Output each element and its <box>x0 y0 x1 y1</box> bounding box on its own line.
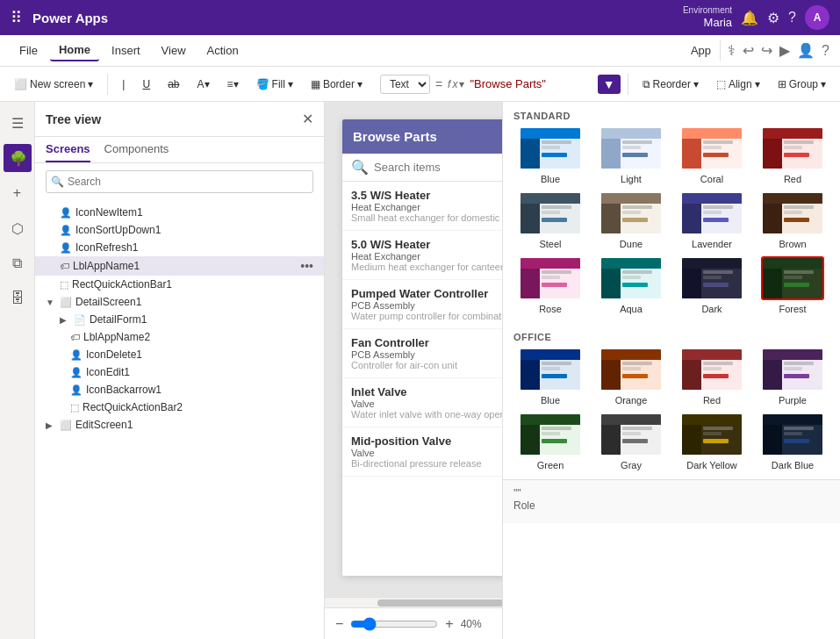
expand-icon[interactable]: ▶ <box>46 420 56 430</box>
theme-item[interactable]: Dark Blue <box>756 413 829 470</box>
list-item[interactable]: 👤 IconRefresh1 <box>35 239 324 256</box>
list-item[interactable]: 👤 IconDelete1 <box>35 346 324 363</box>
theme-item[interactable]: Dark Yellow <box>675 413 749 470</box>
fill-label: Fill <box>272 78 285 90</box>
format-button[interactable]: | <box>115 75 132 94</box>
settings-icon[interactable]: ⚙ <box>767 10 779 26</box>
menu-insert[interactable]: Insert <box>103 40 149 61</box>
theme-item[interactable]: Light <box>594 126 668 184</box>
list-item[interactable]: ▶ ⬜ EditScreen1 <box>35 416 324 434</box>
list-item[interactable]: Fan Controller PCB Assembly Controller f… <box>342 329 502 378</box>
strikethrough-button[interactable]: ab <box>161 75 186 94</box>
tree-view-icon[interactable]: 🌳 <box>4 144 32 172</box>
theme-preview <box>599 413 663 456</box>
list-item[interactable]: 3.5 W/S Heater Heat Exchanger Small heat… <box>342 182 502 231</box>
theme-item[interactable]: Green <box>513 413 587 470</box>
theme-item[interactable]: Dark <box>675 256 749 314</box>
hamburger-icon[interactable]: ☰ <box>4 109 32 137</box>
border-button[interactable]: ▦ Border ▾ <box>304 75 370 94</box>
list-item[interactable]: Pumped Water Controller PCB Assembly Wat… <box>342 280 502 329</box>
data-icon[interactable]: 🗄 <box>4 284 32 312</box>
scroll-thumb[interactable] <box>377 600 502 607</box>
theme-name: Blue <box>541 395 560 406</box>
theme-item[interactable]: Dune <box>594 191 668 249</box>
zoom-slider[interactable] <box>350 617 438 631</box>
help-menu-icon[interactable]: ? <box>822 43 829 59</box>
theme-item[interactable]: Blue <box>513 348 587 406</box>
theme-item[interactable]: Gray <box>594 413 668 470</box>
tree-tab-components[interactable]: Components <box>104 137 169 162</box>
zoom-out-button[interactable]: − <box>335 616 343 632</box>
theme-preview <box>680 413 743 456</box>
formula-dropdown[interactable]: ▼ <box>598 75 621 94</box>
environment-info: Environment Maria <box>683 5 732 30</box>
theme-item[interactable]: Purple <box>756 348 829 406</box>
search-input[interactable] <box>374 161 502 174</box>
components-icon[interactable]: ⬡ <box>4 214 32 242</box>
play-icon[interactable]: ▶ <box>779 42 790 59</box>
notification-icon[interactable]: 🔔 <box>741 10 758 26</box>
theme-item[interactable]: Orange <box>594 348 668 406</box>
tree-search-input[interactable] <box>46 170 313 193</box>
separator-1 <box>107 74 108 95</box>
theme-item[interactable]: Lavender <box>675 191 749 249</box>
expand-icon[interactable]: ▼ <box>46 298 56 307</box>
fill-button[interactable]: 🪣 Fill ▾ <box>249 75 300 94</box>
app-search: 🔍 <box>342 154 502 182</box>
align-button[interactable]: ≡▾ <box>220 75 246 94</box>
list-item[interactable]: 🏷 LblAppName2 <box>35 328 324 346</box>
font-size-button[interactable]: A▾ <box>190 75 217 94</box>
help-icon[interactable]: ? <box>788 10 796 25</box>
theme-preview-inner <box>601 258 661 298</box>
list-item[interactable]: ⬚ RectQuickActionBar2 <box>35 398 324 416</box>
list-item[interactable]: ⬚ RectQuickActionBar1 <box>35 276 324 293</box>
menu-home[interactable]: Home <box>50 39 99 61</box>
person-icon[interactable]: 👤 <box>797 42 815 59</box>
theme-item[interactable]: Red <box>675 348 749 406</box>
redo-icon[interactable]: ↪ <box>761 42 772 59</box>
variables-icon[interactable]: ⧉ <box>4 249 32 277</box>
menu-view[interactable]: View <box>153 40 195 61</box>
apps-icon[interactable]: ⠿ <box>11 8 22 27</box>
tree-item-more-icon[interactable]: ••• <box>300 259 313 273</box>
zoom-in-button[interactable]: + <box>445 616 453 632</box>
list-item[interactable]: 👤 IconEdit1 <box>35 363 324 381</box>
theme-item[interactable]: Red <box>756 126 829 184</box>
item-title: 3.5 W/S Heater <box>351 189 502 202</box>
theme-preview <box>761 126 824 170</box>
tree-close-button[interactable]: ✕ <box>302 111 313 127</box>
list-item[interactable]: Inlet Valve Valve Water inlet valve with… <box>342 378 502 427</box>
list-item[interactable]: Mid-position Valve Valve Bi-directional … <box>342 427 502 477</box>
theme-item[interactable]: Steel <box>513 191 587 249</box>
theme-item[interactable]: Blue <box>513 126 587 184</box>
list-item[interactable]: 👤 IconNewItem1 <box>35 204 324 221</box>
expand-icon[interactable]: ▶ <box>60 315 70 325</box>
theme-item[interactable]: Coral <box>675 126 749 184</box>
horizontal-scrollbar[interactable] <box>325 597 502 607</box>
list-item[interactable]: 👤 IconSortUpDown1 <box>35 221 324 239</box>
tree-tab-screens[interactable]: Screens <box>46 137 90 162</box>
list-item[interactable]: ▼ ⬜ DetailScreen1 <box>35 293 324 311</box>
list-item[interactable]: 👤 IconBackarrow1 <box>35 381 324 398</box>
formula-type-select[interactable]: Text <box>380 75 430 94</box>
theme-item[interactable]: Forest <box>756 256 829 314</box>
list-item[interactable]: 🏷 LblAppName1 ••• <box>35 256 324 276</box>
reorder-button[interactable]: ⧉ Reorder ▾ <box>635 75 706 94</box>
avatar[interactable]: A <box>805 5 829 30</box>
theme-item[interactable]: Aqua <box>594 256 668 314</box>
theme-item[interactable]: Rose <box>513 256 587 314</box>
underline-button[interactable]: U <box>135 75 157 94</box>
theme-preview-inner <box>682 258 742 298</box>
theme-item[interactable]: Brown <box>756 191 829 249</box>
list-item[interactable]: ▶ 📄 DetailForm1 <box>35 311 324 328</box>
undo-icon[interactable]: ↩ <box>743 42 754 59</box>
menu-action[interactable]: Action <box>198 40 248 61</box>
align-button2[interactable]: ⬚ Align ▾ <box>709 75 767 94</box>
add-icon[interactable]: + <box>4 179 32 207</box>
group-button[interactable]: ⊞ Group ▾ <box>771 75 833 94</box>
align-icon: ⬚ <box>716 78 726 90</box>
menu-file[interactable]: File <box>11 40 47 61</box>
stethoscope-icon[interactable]: ⚕ <box>728 42 736 59</box>
list-item[interactable]: 5.0 W/S Heater Heat Exchanger Medium hea… <box>342 231 502 280</box>
new-screen-button[interactable]: ⬜ New screen ▾ <box>7 75 100 94</box>
